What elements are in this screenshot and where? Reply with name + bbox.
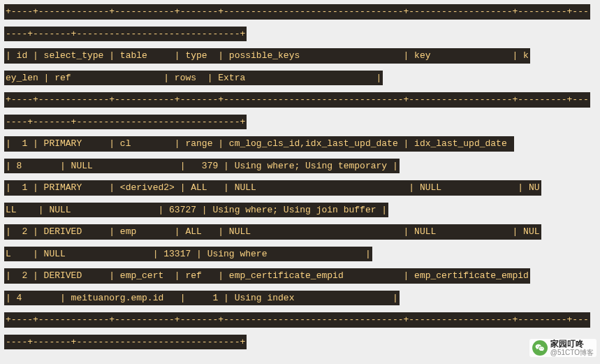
watermark-text: 家园叮咚 @51CTO博客	[550, 340, 594, 356]
console-line: ey_len | ref | rows | Extra |	[4, 71, 383, 86]
console-line: +----+-------------+-----------+-------+…	[4, 4, 590, 20]
console-line: | 1 | PRIMARY | <derived2> | ALL | NULL …	[4, 180, 541, 196]
watermark-source: @51CTO博客	[550, 349, 594, 356]
watermark: 家园叮咚 @51CTO博客	[529, 339, 597, 357]
console-line: ----+-------+---------------------------…	[4, 335, 247, 350]
console-line: | 8 | NULL | 379 | Using where; Using te…	[4, 159, 400, 174]
console-line: ----+-------+---------------------------…	[4, 27, 247, 42]
wechat-icon	[532, 340, 548, 356]
console-line: +----+-------------+-----------+-------+…	[4, 312, 590, 328]
console-line: L | NULL | 13317 | Using where |	[4, 247, 372, 262]
console-line: | 4 | meituanorg.emp.id | 1 | Using inde…	[4, 291, 400, 306]
console-line: LL | NULL | 63727 | Using where; Using j…	[4, 203, 388, 218]
console-line: | 2 | DERIVED | emp_cert | ref | emp_cer…	[4, 268, 530, 284]
console-output: +----+-------------+-----------+-------+…	[0, 0, 600, 356]
watermark-name: 家园叮咚	[550, 340, 594, 349]
console-line: ----+-------+---------------------------…	[4, 115, 247, 130]
console-line: | 2 | DERIVED | emp | ALL | NULL | NULL …	[4, 224, 541, 240]
console-line: | id | select_type | table | type | poss…	[4, 48, 530, 64]
console-line: | 1 | PRIMARY | cl | range | cm_log_cls_…	[4, 136, 514, 152]
console-line: +----+-------------+-----------+-------+…	[4, 92, 590, 108]
